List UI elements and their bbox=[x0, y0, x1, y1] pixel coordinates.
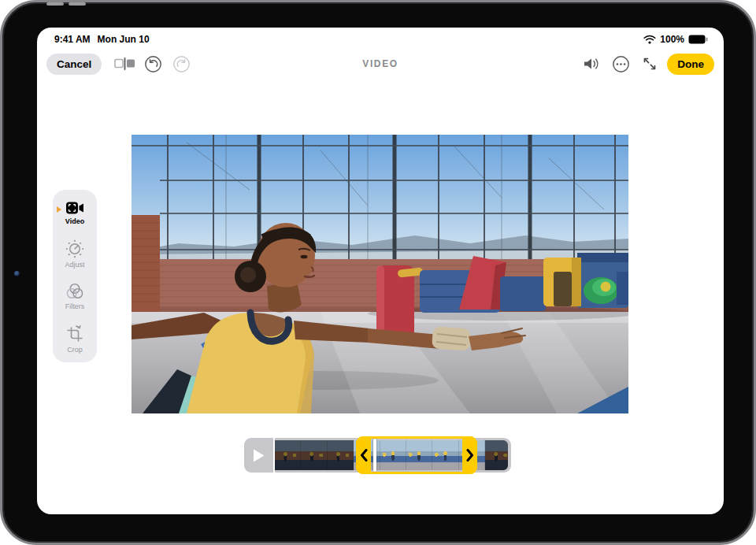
crop-rotate-icon bbox=[65, 324, 85, 344]
undo-icon[interactable] bbox=[141, 52, 165, 76]
ipad-device-frame: 9:41 AM Mon Jun 10 100% Cancel bbox=[0, 0, 756, 545]
status-date: Mon Jun 10 bbox=[98, 34, 150, 45]
trim-handle-right[interactable] bbox=[462, 436, 477, 474]
chevron-left-icon bbox=[360, 449, 368, 462]
video-camera-icon bbox=[65, 200, 85, 216]
volume-icon[interactable] bbox=[580, 52, 603, 76]
play-icon bbox=[253, 449, 265, 462]
redo-icon bbox=[169, 52, 193, 76]
playhead-marker[interactable] bbox=[373, 439, 376, 472]
photos-video-edit-screen: 9:41 AM Mon Jun 10 100% Cancel bbox=[37, 28, 724, 514]
sidebar-item-label: Adjust bbox=[65, 261, 84, 269]
sidebar-item-crop[interactable]: Crop bbox=[53, 324, 97, 354]
sidebar-item-label: Video bbox=[65, 217, 84, 225]
filmstrip-frame bbox=[301, 440, 327, 470]
wifi-icon bbox=[643, 35, 656, 44]
more-options-icon[interactable] bbox=[609, 52, 632, 76]
adjust-dial-icon bbox=[65, 239, 85, 259]
filmstrip-frame bbox=[275, 440, 301, 470]
trim-selection bbox=[356, 436, 477, 474]
status-time: 9:41 AM bbox=[54, 34, 91, 45]
sidebar-item-video[interactable]: Video bbox=[53, 200, 97, 225]
video-frame-scene bbox=[132, 135, 628, 413]
volume-up-button[interactable] bbox=[46, 2, 64, 6]
sidebar-item-adjust[interactable]: Adjust bbox=[53, 239, 97, 269]
filters-icon bbox=[65, 282, 85, 301]
volume-down-button[interactable] bbox=[69, 2, 86, 6]
trim-handle-left[interactable] bbox=[356, 436, 371, 474]
edit-toolbar: Cancel bbox=[46, 52, 714, 76]
battery-icon bbox=[688, 35, 708, 44]
sidebar-item-label: Crop bbox=[67, 346, 83, 354]
edit-tools-sidebar: Video Adjust bbox=[53, 190, 97, 362]
compare-before-after-icon[interactable] bbox=[113, 52, 136, 76]
sidebar-item-label: Filters bbox=[65, 302, 85, 310]
cancel-button[interactable]: Cancel bbox=[46, 54, 102, 75]
play-button[interactable] bbox=[244, 438, 273, 473]
front-camera bbox=[14, 271, 20, 276]
expand-icon[interactable] bbox=[638, 52, 662, 76]
filmstrip-frame bbox=[485, 440, 508, 470]
done-button[interactable]: Done bbox=[667, 54, 714, 75]
filmstrip-scrubber[interactable] bbox=[275, 438, 511, 473]
video-timeline bbox=[244, 438, 511, 473]
filmstrip-frame bbox=[328, 440, 354, 470]
status-bar: 9:41 AM Mon Jun 10 100% bbox=[54, 33, 708, 46]
video-preview-frame[interactable] bbox=[132, 135, 628, 413]
selected-tool-indicator bbox=[57, 206, 61, 213]
battery-percent: 100% bbox=[660, 34, 684, 45]
chevron-right-icon bbox=[466, 449, 474, 462]
sidebar-item-filters[interactable]: Filters bbox=[53, 282, 97, 310]
